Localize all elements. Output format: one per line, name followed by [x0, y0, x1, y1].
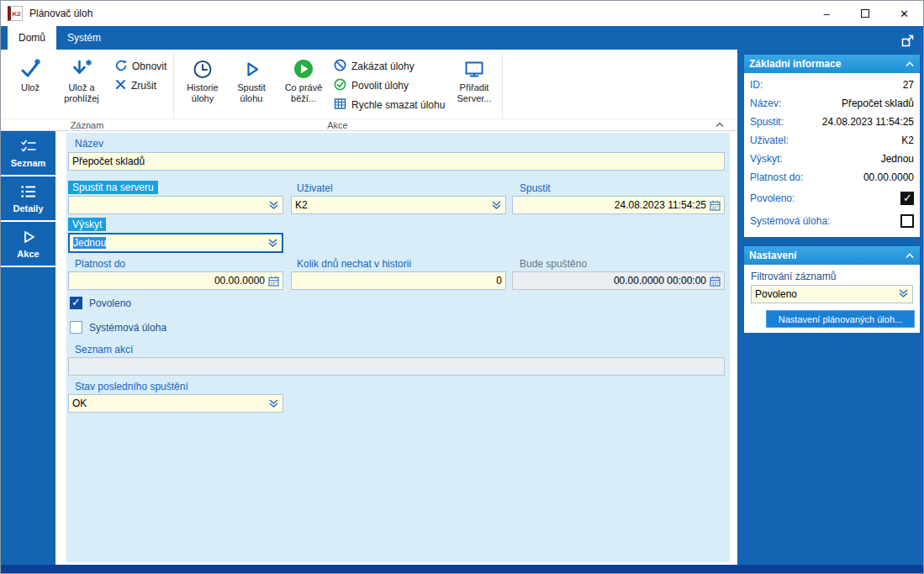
cancel-button[interactable]: Zrušit	[115, 77, 156, 94]
minimize-button[interactable]: –	[807, 1, 846, 26]
enabled-checkbox[interactable]	[70, 297, 82, 309]
scheduled-tasks-settings-button[interactable]: Nastavení plánovaných úloh...	[766, 310, 915, 328]
system-task-checkbox-label: Systémová úloha	[89, 322, 166, 334]
basic-info-body: ID:27 Název:Přepočet skladů Spustit:24.0…	[744, 73, 920, 237]
sidebar-item-akce[interactable]: Akce	[1, 222, 55, 267]
enable-tasks-button[interactable]: Povolit úlohy	[334, 77, 409, 94]
action-list-input	[68, 357, 725, 376]
clock-icon	[192, 55, 214, 82]
basic-info-title: Základní informace	[749, 58, 841, 70]
running-now-button[interactable]: Co právě běží...	[277, 51, 330, 117]
last-run-state-label: Stav posledního spuštění	[75, 381, 188, 392]
list-icon	[20, 184, 37, 201]
assign-server-label: Přiřadit Server...	[450, 82, 499, 104]
dropdown-icon	[898, 288, 909, 301]
refresh-button[interactable]: Obnovit	[115, 58, 166, 75]
sidebar-item-detaily[interactable]: Detaily	[1, 176, 55, 222]
open-external-button[interactable]	[900, 33, 915, 48]
chevron-up-icon	[905, 61, 915, 67]
sidebar-item-seznam[interactable]: Seznam	[1, 131, 55, 176]
user-label: Uživatel	[297, 182, 333, 194]
dropdown-icon	[268, 398, 279, 408]
left-sidebar: Seznam Detaily Akce	[1, 131, 55, 565]
sidebar-item-label: Seznam	[11, 158, 46, 168]
monitor-icon	[463, 55, 485, 82]
name-input[interactable]: Přepočet skladů	[68, 152, 725, 171]
valid-until-date-input[interactable]: 00.00.0000	[68, 271, 283, 290]
filter-combo[interactable]: Povoleno	[751, 285, 913, 303]
quick-delete-button[interactable]: Rychle smazat úlohu	[334, 97, 445, 113]
save-and-view-button[interactable]: Ulož a prohlížej	[55, 51, 108, 117]
app-window: K2 Plánovač úloh – ✕ Domů Systém Ulož Ul…	[0, 0, 924, 574]
window-title: Plánovač úloh	[29, 8, 92, 19]
history-days-label: Kolik dnů nechat v historii	[297, 258, 411, 270]
system-task-checkbox[interactable]	[70, 321, 82, 334]
basic-info-header[interactable]: Základní informace	[744, 55, 920, 73]
assign-server-button[interactable]: Přiřadit Server...	[450, 51, 499, 117]
calendar-icon	[268, 276, 279, 287]
checklist-icon	[20, 139, 37, 155]
disable-tasks-label: Zakázat úlohy	[351, 61, 414, 72]
calendar-icon	[710, 200, 721, 211]
info-row: Výskyt:Jednou	[744, 150, 920, 168]
info-row: Uživatel:K2	[744, 131, 920, 150]
status-bar	[1, 565, 924, 574]
detail-form: Název Přepočet skladů Spustit na serveru…	[55, 131, 737, 565]
ribbon-separator	[173, 53, 174, 118]
close-button[interactable]: ✕	[884, 1, 924, 26]
title-bar: K2 Plánovač úloh – ✕	[1, 1, 924, 26]
disable-tasks-button[interactable]: Zakázat úlohy	[334, 58, 414, 75]
task-history-label: Historie úlohy	[179, 82, 226, 104]
info-row-enabled: Povoleno:	[744, 187, 920, 209]
external-link-icon	[900, 34, 915, 48]
panel-enabled-checkbox[interactable]	[900, 192, 914, 205]
tab-system[interactable]: Systém	[56, 26, 112, 50]
info-row: Název:Přepočet skladů	[744, 94, 920, 113]
cancel-label: Zrušit	[131, 80, 156, 92]
run-task-button[interactable]: Spustit úlohu	[228, 51, 275, 117]
occurrence-combo[interactable]: Jednou	[68, 233, 283, 253]
info-row: Platnost do:00.00.0000	[744, 168, 920, 187]
info-row: ID:27	[744, 76, 920, 94]
next-run-date-input: 00.00.0000 00:00:00	[512, 271, 725, 290]
last-run-state-combo[interactable]: OK	[68, 394, 283, 413]
refresh-label: Obnovit	[132, 61, 166, 72]
settings-header[interactable]: Nastavení	[744, 246, 920, 265]
name-label: Název	[75, 138, 103, 150]
run-at-label: Spustit	[520, 182, 551, 194]
right-panel: Základní informace ID:27 Název:Přepočet …	[737, 26, 924, 565]
settings-body: Filtrování záznamů Povoleno Nastavení pl…	[744, 265, 920, 333]
action-list-label: Seznam akcí	[75, 344, 133, 355]
run-on-server-label: Spustit na serveru	[68, 181, 158, 194]
cancel-icon	[115, 79, 126, 92]
history-days-input[interactable]: 0	[291, 271, 506, 290]
enabled-checkbox-label: Povoleno	[89, 298, 131, 309]
app-icon: K2	[8, 6, 23, 21]
group-label-actions: Akce	[173, 120, 502, 130]
ribbon-group-divider	[1, 118, 737, 119]
sidebar-item-label: Akce	[17, 249, 39, 259]
enable-tasks-label: Povolit úlohy	[351, 80, 409, 92]
prohibition-icon	[334, 59, 346, 74]
check-circle-icon	[334, 78, 346, 93]
quick-delete-label: Rychle smazat úlohu	[351, 99, 445, 111]
task-history-button[interactable]: Historie úlohy	[179, 51, 226, 117]
run-at-date-input[interactable]: 24.08.2023 11:54:25	[512, 196, 725, 214]
user-combo[interactable]: K2	[291, 196, 506, 214]
play-icon	[240, 55, 262, 82]
maximize-button[interactable]	[846, 1, 884, 26]
run-on-server-combo[interactable]	[68, 196, 283, 214]
selected-text: Jednou	[73, 237, 106, 249]
calendar-icon	[710, 276, 721, 287]
ribbon-collapse-button[interactable]	[712, 118, 727, 130]
play-circle-icon	[293, 55, 314, 82]
occurrence-label: Výskyt	[68, 218, 106, 231]
valid-until-label: Platnost do	[75, 258, 125, 270]
info-row: Spustit:24.08.2023 11:54:25	[744, 113, 920, 131]
sidebar-item-label: Detaily	[13, 203, 43, 213]
info-row-system-task: Systémová úloha:	[744, 209, 920, 232]
save-button[interactable]: Ulož	[8, 51, 53, 117]
tab-home[interactable]: Domů	[8, 26, 56, 50]
panel-system-task-checkbox[interactable]	[900, 214, 914, 228]
save-and-view-icon	[71, 55, 92, 82]
